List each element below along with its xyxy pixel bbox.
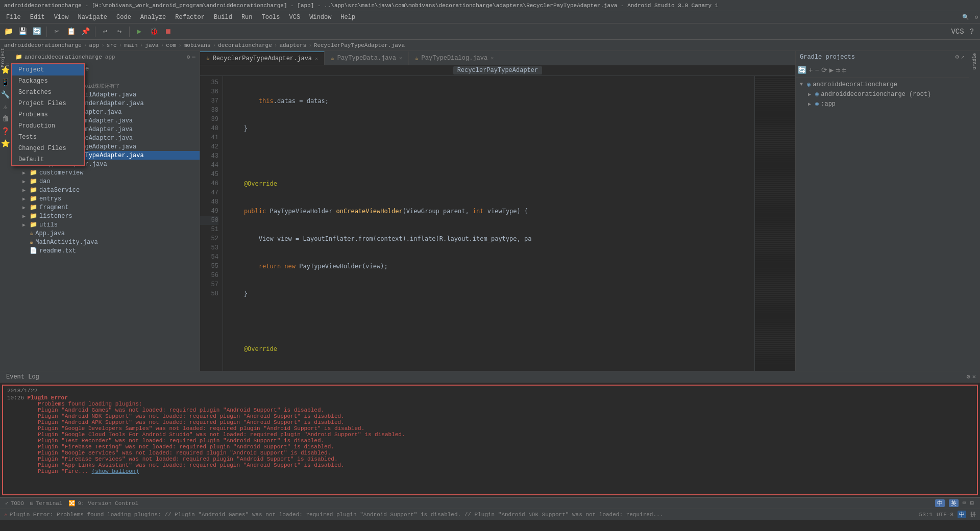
tab-pay-type-data[interactable]: ☕ PayTypeData.java ✕ xyxy=(325,52,409,65)
menu-window[interactable]: Window xyxy=(305,13,335,22)
bc-file[interactable]: RecyclerPayTypeAdapter.java xyxy=(314,42,405,48)
gradle-add-btn[interactable]: + xyxy=(808,66,813,74)
toolbar-sync-btn[interactable]: 🔄 xyxy=(31,26,43,38)
tree-readme[interactable]: 📄 readme.txt xyxy=(11,246,200,255)
bottom-terminal-btn[interactable]: ⊞ Terminal xyxy=(27,499,65,508)
menu-code[interactable]: Code xyxy=(112,13,135,22)
toolbar-cut-btn[interactable]: ✂ xyxy=(51,26,63,38)
menu-build[interactable]: Build xyxy=(210,13,236,22)
left-icon-4[interactable]: 🔧 xyxy=(1,90,10,99)
tree-entrys[interactable]: ▶ 📁 entrys xyxy=(11,194,200,203)
menu-refactor[interactable]: Refactor xyxy=(171,13,209,22)
gradle-root[interactable]: ▼ ◉ androiddecorationcharge xyxy=(798,80,967,89)
toolbar-debug-btn[interactable]: 🐞 xyxy=(148,26,160,38)
bc-adapters[interactable]: adapters xyxy=(279,42,306,48)
toolbar-open-btn[interactable]: 📁 xyxy=(2,26,14,38)
dropdown-project-files[interactable]: Project Files xyxy=(12,98,84,109)
keyboard-icon[interactable]: ⌨ xyxy=(963,499,966,507)
editor-container[interactable]: 35 36 37 38 39 40 41 42 43 44 45 46 47 4… xyxy=(200,76,795,371)
dropdown-production[interactable]: Production xyxy=(12,120,84,132)
tab-recycler-pay-type[interactable]: ☕ RecyclerPayTypeAdapter.java ✕ xyxy=(200,52,325,65)
right-icon-gradle[interactable]: Gradle xyxy=(972,53,977,69)
menu-edit[interactable]: Edit xyxy=(26,13,49,22)
gradle-sync-btn[interactable]: ⟳ xyxy=(821,66,827,74)
dropdown-default[interactable]: Default xyxy=(12,154,84,165)
left-icon-6[interactable]: 🗑 xyxy=(1,114,10,123)
tab-close-2[interactable]: ✕ xyxy=(399,55,402,61)
bottom-version-control-btn[interactable]: 🔀 9: Version Control xyxy=(65,499,141,508)
left-icon-5[interactable]: ⚠ xyxy=(1,102,10,111)
dropdown-packages[interactable]: Packages xyxy=(12,75,84,87)
tree-app[interactable]: ☕ App.java xyxy=(11,229,200,238)
log-firebase-testing: Plugin "Firebase Testing" was not loaded… xyxy=(38,444,973,450)
tree-customerview[interactable]: ▶ 📁 customerview xyxy=(11,168,200,177)
log-test-recorder: Plugin "Test Recorder" was not loaded: r… xyxy=(38,438,973,444)
bc-app[interactable]: app xyxy=(89,42,99,48)
gradle-settings-icon[interactable]: ⚙ xyxy=(955,53,959,61)
bc-decorationcharge[interactable]: decorationcharge xyxy=(218,42,272,48)
tree-utils[interactable]: ▶ 📁 utils xyxy=(11,220,200,229)
dropdown-tests[interactable]: Tests xyxy=(12,132,84,143)
project-settings-icon[interactable]: ⋯ xyxy=(192,54,195,60)
project-folder-icon: 📁 xyxy=(15,54,22,60)
tree-listeners[interactable]: ▶ 📁 listeners xyxy=(11,212,200,220)
menu-navigate[interactable]: Navigate xyxy=(74,13,111,22)
menu-tools[interactable]: Tools xyxy=(258,13,284,22)
ime-indicator[interactable]: 中 xyxy=(935,499,945,507)
bc-java[interactable]: java xyxy=(145,42,158,48)
gradle-run-btn[interactable]: ▶ xyxy=(829,66,834,74)
left-icon-1[interactable]: 1: Project xyxy=(1,53,10,62)
gradle-expand-all-btn[interactable]: ⇉ xyxy=(836,66,840,74)
grid-icon[interactable]: ⊞ xyxy=(970,499,974,507)
toolbar-undo-btn[interactable]: ↩ xyxy=(99,26,111,38)
toolbar-copy-btn[interactable]: 📋 xyxy=(65,26,77,38)
bc-com[interactable]: com xyxy=(166,42,176,48)
gradle-expand-icon[interactable]: ↗ xyxy=(961,53,965,61)
left-icon-3[interactable]: 📱 xyxy=(1,78,10,87)
dropdown-problems[interactable]: Problems xyxy=(12,109,84,120)
toolbar-redo-btn[interactable]: ↪ xyxy=(113,26,126,38)
project-gear-icon[interactable]: ⚙ xyxy=(187,54,190,60)
event-log-close-icon[interactable]: ✕ xyxy=(972,373,976,381)
ime-en-indicator[interactable]: 英 xyxy=(949,499,959,507)
menu-view[interactable]: View xyxy=(50,13,73,22)
tab-pay-type-dialog[interactable]: ☕ PayTypeDialog.java ✕ xyxy=(409,52,500,65)
menu-file[interactable]: File xyxy=(2,13,25,22)
dropdown-scratches[interactable]: Scratches xyxy=(12,87,84,98)
bc-src[interactable]: src xyxy=(107,42,117,48)
tree-dao[interactable]: ▶ 📁 dao xyxy=(11,177,200,186)
menu-vcs[interactable]: VCS xyxy=(285,13,305,22)
dropdown-changed-files[interactable]: Changed Files xyxy=(12,143,84,154)
gradle-app-item[interactable]: ▶ ◉ :app xyxy=(798,99,967,109)
toolbar-run-btn[interactable]: ▶ xyxy=(133,26,145,38)
code-editor[interactable]: this.datas = datas; } @Override public P… xyxy=(223,76,754,371)
menu-run[interactable]: Run xyxy=(237,13,257,22)
tree-mainactivity[interactable]: ☕ MainActivity.java xyxy=(11,238,200,246)
gradle-refresh-btn[interactable]: 🔄 xyxy=(798,66,806,74)
left-icon-7[interactable]: ❓ xyxy=(1,127,10,136)
event-log-settings-icon[interactable]: ⚙ xyxy=(967,373,970,381)
dropdown-project[interactable]: Project xyxy=(12,64,84,75)
gradle-minus-btn[interactable]: − xyxy=(815,66,819,74)
toolbar-stop-btn[interactable]: ⏹ xyxy=(162,26,174,38)
toolbar-vcs1-btn[interactable]: VCS xyxy=(951,26,964,38)
tab-close-3[interactable]: ✕ xyxy=(491,55,494,61)
toolbar-paste-btn[interactable]: 📌 xyxy=(79,26,91,38)
menu-bar: File Edit View Navigate Code Analyze Ref… xyxy=(0,11,980,23)
menu-help[interactable]: Help xyxy=(336,13,359,22)
toolbar-save-btn[interactable]: 💾 xyxy=(16,26,29,38)
toolbar-help-btn[interactable]: ? xyxy=(966,26,978,38)
gradle-root-item[interactable]: ▶ ◉ androiddecorationcharge (root) xyxy=(798,89,967,99)
bc-root[interactable]: androiddecorationcharge xyxy=(4,42,82,48)
tree-dataservice[interactable]: ▶ 📁 dataService xyxy=(11,186,200,194)
tab-close-1[interactable]: ✕ xyxy=(315,56,318,62)
bc-main[interactable]: main xyxy=(124,42,137,48)
menu-analyze[interactable]: Analyze xyxy=(136,13,170,22)
bc-mobivans[interactable]: mobivans xyxy=(184,42,211,48)
tree-fragment[interactable]: ▶ 📁 fragment xyxy=(11,203,200,212)
status-ime-cn[interactable]: 中 xyxy=(958,511,966,518)
event-log-content[interactable]: 2018/1/22 10:26 Plugin Error Problems fo… xyxy=(2,385,978,495)
left-icon-fav[interactable]: ⭐ xyxy=(1,139,10,148)
bottom-todo-btn[interactable]: ✓ TODO xyxy=(2,499,27,508)
gradle-collapse-btn[interactable]: ⇇ xyxy=(842,66,846,74)
